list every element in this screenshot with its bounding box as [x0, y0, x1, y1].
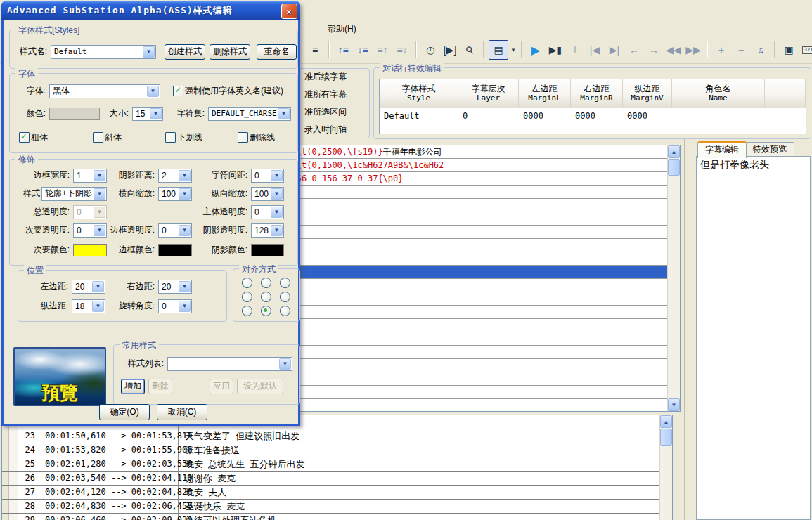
fast-forward-icon[interactable]: ▶▶	[684, 41, 702, 59]
force-english-checkbox[interactable]	[173, 86, 183, 96]
sync-panel-item[interactable]: 准后续字幕	[304, 71, 369, 83]
margin-right-select[interactable]: 20▼	[158, 280, 192, 294]
alignment-radio-5[interactable]	[261, 292, 271, 302]
prev-line-icon[interactable]: ←	[625, 41, 643, 59]
effects-table-row[interactable]: Default0000000000000	[380, 108, 806, 124]
effects-cell[interactable]: Default	[380, 108, 458, 124]
dialog-title-bar[interactable]: Advanced SubStation Alpha(ASS)样式编辑 ×	[1, 1, 300, 20]
effects-column-header[interactable]: 左边距MarginL	[519, 79, 571, 108]
style-list-select[interactable]: ▼	[167, 357, 292, 371]
effects-column-header[interactable]: 字幕层次Layer	[458, 79, 519, 108]
border-style-select[interactable]: 轮廓+下阴影▼	[41, 187, 107, 201]
tab-effect-preview[interactable]: 特效预览	[745, 142, 794, 157]
effects-column-header[interactable]: 角色名Name	[672, 79, 765, 108]
table-row[interactable]: 2700:02:04,120 --> 00:02:04,820晚安 夫人	[2, 486, 660, 500]
table-row[interactable]: 2300:01:50,610 --> 00:01:53,810天气变差了 但建议…	[2, 429, 660, 443]
subtitle-table-scrollbar[interactable]: ▲	[659, 415, 672, 520]
effects-cell[interactable]: 0000	[519, 108, 571, 124]
close-icon[interactable]: ×	[281, 4, 297, 19]
alignment-radio-8[interactable]	[261, 306, 271, 316]
scroll-down-icon[interactable]: ▼	[668, 398, 680, 411]
subtitle-table[interactable]: 222300:01:50,610 --> 00:01:53,810天气变差了 但…	[1, 415, 673, 520]
first-line-icon[interactable]: |◀	[586, 41, 604, 59]
last-line-icon[interactable]: ▶|	[605, 41, 624, 59]
rename-style-button[interactable]: 重命名	[257, 44, 297, 60]
shift-times-down-icon[interactable]: ↓≡	[354, 41, 372, 59]
effects-column-header[interactable]: 右边距MarginR	[571, 79, 623, 108]
italic-checkbox[interactable]	[93, 132, 103, 143]
strikeout-checkbox[interactable]	[238, 132, 248, 143]
code-list-scrollbar[interactable]: ▲ ▼	[667, 145, 680, 411]
effects-table[interactable]: 字体样式Style字幕层次Layer左边距MarginL右边距MarginR纵边…	[379, 79, 806, 134]
mode-dropdown-icon[interactable]: ▾	[510, 41, 517, 59]
mode-panel-icon[interactable]: ▤	[489, 40, 508, 60]
alignment-radio-6[interactable]	[280, 292, 290, 302]
table-row[interactable]: 2500:02:01,280 --> 00:02:03,530晚安 总统先生 五…	[2, 457, 660, 472]
style-name-select[interactable]: Default ▼	[51, 45, 156, 59]
primary-color-swatch[interactable]	[49, 108, 100, 120]
sync-panel-item[interactable]: 准所选区间	[304, 106, 369, 118]
monitor-icon[interactable]: ▣	[780, 41, 798, 59]
tab-subtitle-edit[interactable]: 字幕编辑	[697, 141, 747, 158]
scale-y-select[interactable]: 100▼	[251, 187, 284, 201]
margin-left-select[interactable]: 20▼	[72, 280, 105, 294]
delete-style-button[interactable]: 删除样式	[210, 44, 250, 60]
alignment-radio-3[interactable]	[280, 278, 290, 288]
play-selection-icon[interactable]: [▶]	[441, 41, 459, 59]
effects-cell[interactable]: 0000	[571, 108, 623, 124]
scroll-up-icon[interactable]: ▲	[660, 415, 672, 428]
effects-column-header[interactable]: 字体样式Style	[380, 79, 458, 108]
border-width-select[interactable]: 1▼	[73, 169, 107, 183]
play-video-icon[interactable]: ▶▮	[546, 41, 565, 59]
effects-cell[interactable]: 0	[458, 108, 519, 124]
table-row[interactable]: 2800:02:04,830 --> 00:02:06,450圣诞快乐 麦克	[2, 500, 660, 514]
scroll-thumb[interactable]	[660, 429, 672, 446]
table-row[interactable]: 2600:02:03,540 --> 00:02:04,110谢谢你 麦克	[2, 472, 660, 486]
ok-button[interactable]: 确定(O)	[99, 404, 150, 420]
alignment-radio-9[interactable]	[280, 306, 290, 316]
frame-counter-icon[interactable]: 321	[799, 41, 812, 59]
font-size-select[interactable]: 15 ▼	[132, 107, 163, 121]
alpha-secondary-select[interactable]: 0▼	[73, 223, 107, 238]
shadow-color-swatch[interactable]	[251, 244, 284, 256]
effects-cell[interactable]: 0000	[623, 108, 672, 124]
bold-checkbox[interactable]	[19, 132, 30, 143]
font-name-select[interactable]: 黑体 ▼	[49, 84, 160, 98]
alignment-radio-2[interactable]	[261, 278, 271, 288]
cancel-button[interactable]: 取消(C)	[157, 404, 207, 420]
table-row[interactable]: 2400:01:53,820 --> 00:01:55,900派车准备接送	[2, 443, 660, 457]
sync-panel-item[interactable]: 录入时间轴	[304, 124, 369, 136]
alpha-main-select[interactable]: 0▼	[251, 205, 284, 219]
move-line-up-icon[interactable]: ≡↑	[373, 41, 392, 59]
letter-spacing-select[interactable]: 0▼	[251, 169, 284, 183]
rotation-select[interactable]: 0▼	[158, 299, 192, 313]
charset-select[interactable]: DEFAULT_CHARSET ▼	[208, 107, 291, 121]
pause-icon[interactable]: ‖	[566, 41, 584, 59]
secondary-color-swatch[interactable]	[73, 244, 107, 256]
table-row[interactable]: 2900:02:06,460 --> 00:02:09,030总统可以处理石油危…	[2, 514, 660, 520]
menu-help[interactable]: 帮助(H)	[323, 22, 361, 37]
subtitle-edit-textarea[interactable]: 但是打拳像老头	[696, 156, 811, 520]
splitter[interactable]	[684, 139, 685, 520]
shadow-distance-select[interactable]: 2▼	[158, 169, 192, 183]
alpha-shadow-select[interactable]: 128▼	[251, 223, 284, 238]
zoom-out-icon[interactable]: −	[732, 41, 750, 59]
next-line-icon[interactable]: →	[645, 41, 663, 59]
create-style-button[interactable]: 创建样式	[165, 44, 205, 60]
music-note-icon[interactable]: ♫	[752, 41, 770, 59]
rewind-icon[interactable]: ◀◀	[664, 41, 683, 59]
scroll-up-icon[interactable]: ▲	[668, 145, 680, 158]
scroll-thumb[interactable]	[668, 159, 680, 176]
effects-column-header[interactable]: 纵边距MarginV	[623, 79, 672, 108]
play-icon[interactable]: ▶	[527, 41, 545, 59]
time-shift-icon[interactable]: ◷	[421, 41, 439, 59]
effects-cell[interactable]	[672, 108, 765, 124]
border-color-swatch[interactable]	[158, 244, 192, 256]
margin-vertical-select[interactable]: 18▼	[72, 299, 105, 313]
scale-x-select[interactable]: 100▼	[158, 187, 192, 201]
zoom-in-icon[interactable]: +	[712, 41, 730, 59]
effects-cell[interactable]	[765, 108, 806, 124]
sync-panel-item[interactable]: 准所有字幕	[304, 89, 369, 100]
sort-lines-icon[interactable]: ≡↓	[393, 41, 411, 59]
record-icon[interactable]: ⚲	[457, 37, 483, 63]
